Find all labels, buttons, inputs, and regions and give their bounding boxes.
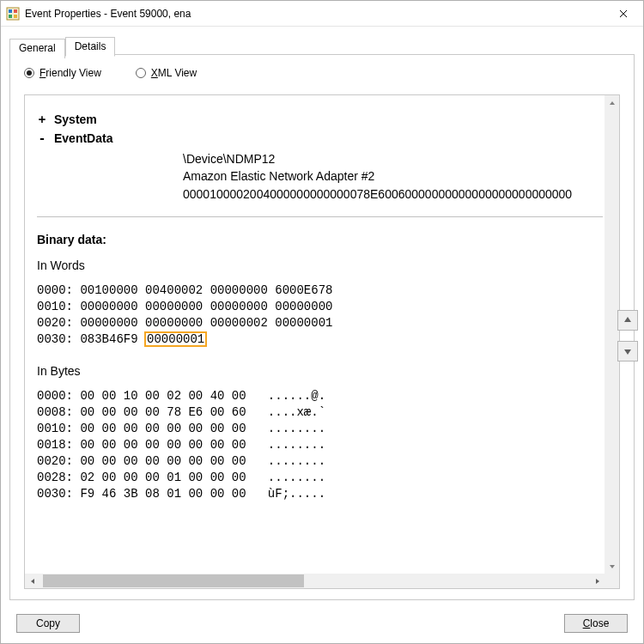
tab-details[interactable]: Details [65, 37, 116, 57]
in-words-heading: In Words [37, 258, 603, 272]
tree-eventdata-row[interactable]: - EventData [37, 131, 603, 145]
horizontal-scrollbar-thumb[interactable] [43, 574, 304, 587]
copy-button-label: Copy [36, 617, 60, 629]
scroll-down-icon [605, 559, 619, 574]
next-event-button[interactable] [617, 341, 638, 361]
svg-rect-2 [14, 9, 17, 13]
xml-view-radio[interactable]: XML View [136, 67, 197, 79]
binary-bytes-dump: 0000: 00 00 10 00 02 00 40 00 ......@. 0… [37, 388, 603, 501]
scroll-right-icon [590, 574, 605, 588]
scrollbar-corner [605, 574, 619, 588]
details-content-pane: + System - EventData \Device\NDMP12 Amaz… [24, 94, 620, 589]
expand-icon: + [37, 112, 47, 126]
tree-eventdata-label: EventData [54, 131, 112, 145]
friendly-view-label: Friendly View [39, 67, 101, 79]
window-close-button[interactable] [604, 1, 643, 27]
client-area: General Details Friendly View XML View + [1, 27, 643, 643]
tree-system-row[interactable]: + System [37, 112, 603, 126]
close-icon [619, 9, 628, 18]
eventdata-raw: 0000100002004000000000000078E60060000000… [183, 185, 603, 203]
arrow-down-icon [623, 346, 633, 356]
binary-words-dump: 0000: 00100000 00400002 00000000 6000E67… [37, 283, 603, 348]
details-content-scroll: + System - EventData \Device\NDMP12 Amaz… [25, 95, 605, 574]
binary-data-heading: Binary data: [37, 233, 603, 246]
close-button[interactable]: Close [564, 614, 628, 633]
copy-button[interactable]: Copy [16, 614, 80, 633]
view-mode-radios: Friendly View XML View [24, 67, 197, 79]
eventdata-device: \Device\NDMP12 [183, 150, 603, 167]
close-button-label: Close [583, 617, 610, 629]
svg-rect-4 [14, 15, 17, 18]
arrow-up-icon [623, 315, 633, 325]
scroll-left-icon [25, 574, 39, 588]
collapse-icon: - [37, 131, 47, 145]
vertical-scrollbar[interactable] [605, 95, 619, 574]
xml-view-label: XML View [151, 67, 197, 79]
radio-checked-icon [24, 68, 34, 78]
window-title: Event Properties - Event 59000, ena [25, 8, 604, 20]
app-icon [6, 7, 20, 21]
horizontal-scrollbar[interactable] [25, 574, 605, 588]
event-properties-window: Event Properties - Event 59000, ena Gene… [0, 0, 644, 644]
tree-system-label: System [54, 112, 97, 126]
radio-unchecked-icon [136, 68, 146, 78]
friendly-view-radio[interactable]: Friendly View [24, 67, 101, 79]
titlebar: Event Properties - Event 59000, ena [1, 1, 643, 27]
details-tab-page: Friendly View XML View + System - EventD… [9, 54, 635, 600]
prev-event-button[interactable] [617, 310, 638, 331]
svg-rect-3 [9, 15, 12, 18]
scroll-up-icon [605, 95, 619, 110]
highlighted-word: 00000001 [145, 332, 206, 346]
in-bytes-heading: In Bytes [37, 364, 603, 378]
divider [37, 216, 603, 217]
eventdata-adapter: Amazon Elastic Network Adapter #2 [183, 167, 603, 185]
svg-rect-1 [9, 9, 12, 13]
eventdata-values: \Device\NDMP12 Amazon Elastic Network Ad… [183, 150, 603, 203]
tab-general[interactable]: General [9, 39, 65, 58]
tabs-strip: General Details [9, 37, 115, 57]
